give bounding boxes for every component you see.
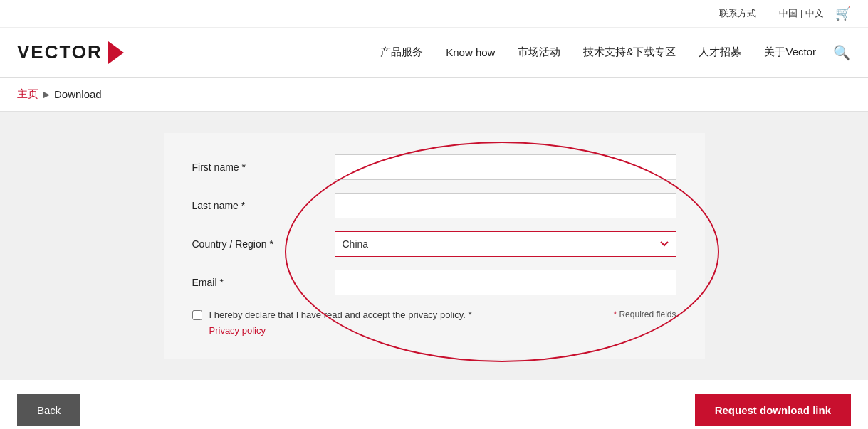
email-label: Email * [192,277,335,288]
logo[interactable]: VECTOR [17,41,124,64]
nav-link-knowhow[interactable]: Know how [446,46,495,58]
privacy-policy-link[interactable]: Privacy policy [209,324,614,338]
nav-link-about[interactable]: 关于Vector [764,46,816,58]
last-name-input[interactable] [335,193,676,218]
nav-link-market[interactable]: 市场活动 [518,46,560,58]
main-nav: VECTOR 产品服务 Know how 市场活动 技术支持&下载专区 人才招募… [0,28,868,78]
first-name-row: First name * [192,154,676,180]
breadcrumb-separator: ▶ [43,89,50,100]
contact-link[interactable]: 联系方式 [719,7,756,20]
country-label: Country / Region * [192,238,335,250]
required-note-text: Required fields [619,309,676,319]
lang-link[interactable]: 中国 | 中文 [779,7,824,20]
checkbox-left: I hereby declare that I have read and ac… [192,308,614,337]
cart-icon[interactable]: 🛒 [835,6,851,21]
breadcrumb-home-link[interactable]: 主页 [17,88,38,101]
bottom-bar: Back Request download link [0,380,868,429]
nav-links: 产品服务 Know how 市场活动 技术支持&下载专区 人才招募 关于Vect… [380,46,816,59]
page-content: First name * Last name * Country / Regio… [0,112,868,380]
nav-link-products[interactable]: 产品服务 [380,46,423,58]
required-note: * Required fields [613,308,676,319]
email-row: Email * [192,270,676,295]
last-name-label: Last name * [192,200,335,211]
last-name-row: Last name * [192,193,676,218]
email-input[interactable] [335,270,676,295]
back-button[interactable]: Back [17,394,80,426]
checkbox-area: I hereby declare that I have read and ac… [192,308,676,337]
request-download-button[interactable]: Request download link [695,394,851,426]
logo-arrow-icon [108,41,124,64]
first-name-label: First name * [192,161,335,173]
breadcrumb: 主页 ▶ Download [0,78,868,112]
privacy-text-block: I hereby declare that I have read and ac… [209,308,614,337]
search-button[interactable]: 🔍 [833,44,851,61]
nav-link-support[interactable]: 技术支持&下载专区 [583,46,676,58]
form-container: First name * Last name * Country / Regio… [164,133,705,359]
privacy-declaration-text: I hereby declare that I have read and ac… [209,309,472,320]
privacy-checkbox[interactable] [192,310,202,320]
breadcrumb-current: Download [54,88,102,100]
required-star: * [613,309,617,319]
nav-link-careers[interactable]: 人才招募 [699,46,741,58]
country-select[interactable]: China United States Germany [335,231,676,257]
logo-text: VECTOR [17,41,103,63]
country-row: Country / Region * China United States G… [192,231,676,257]
top-bar: 联系方式 中国 | 中文 🛒 [0,0,868,28]
first-name-input[interactable] [335,154,676,180]
